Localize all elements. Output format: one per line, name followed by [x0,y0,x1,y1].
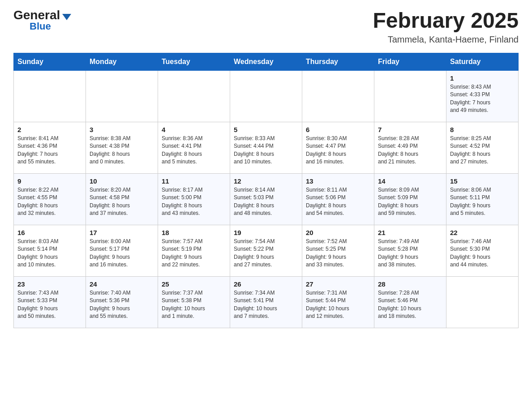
calendar-day-cell: 6Sunrise: 8:30 AMSunset: 4:47 PMDaylight… [302,122,374,173]
day-info: Sunrise: 8:11 AMSunset: 5:06 PMDaylight:… [306,186,370,218]
calendar-day-cell: 28Sunrise: 7:28 AMSunset: 5:46 PMDayligh… [374,276,446,328]
day-info: Sunrise: 8:20 AMSunset: 4:58 PMDaylight:… [90,186,154,218]
day-number: 1 [450,74,515,82]
calendar-day-cell [86,70,158,122]
day-info: Sunrise: 8:09 AMSunset: 5:09 PMDaylight:… [378,186,442,218]
day-info: Sunrise: 7:43 AMSunset: 5:33 PMDaylight:… [17,289,82,321]
calendar-table: SundayMondayTuesdayWednesdayThursdayFrid… [13,53,519,328]
calendar-day-cell: 15Sunrise: 8:06 AMSunset: 5:11 PMDayligh… [446,173,519,225]
calendar-day-cell: 11Sunrise: 8:17 AMSunset: 5:00 PMDayligh… [158,173,230,225]
day-info: Sunrise: 7:40 AMSunset: 5:36 PMDaylight:… [90,289,154,321]
calendar-week-row: 9Sunrise: 8:22 AMSunset: 4:55 PMDaylight… [14,173,519,225]
day-of-week-header: Wednesday [230,53,302,70]
location-title: Tammela, Kanta-Haeme, Finland [373,34,519,45]
day-info: Sunrise: 7:54 AMSunset: 5:22 PMDaylight:… [234,238,298,269]
day-number: 11 [162,177,226,185]
day-info: Sunrise: 8:33 AMSunset: 4:44 PMDaylight:… [234,135,298,166]
month-title: February 2025 [373,9,519,33]
calendar-week-row: 23Sunrise: 7:43 AMSunset: 5:33 PMDayligh… [14,276,519,328]
day-of-week-header: Sunday [14,53,86,70]
calendar-day-cell: 8Sunrise: 8:25 AMSunset: 4:52 PMDaylight… [446,122,519,173]
day-info: Sunrise: 8:43 AMSunset: 4:33 PMDaylight:… [450,83,515,115]
calendar-day-cell: 24Sunrise: 7:40 AMSunset: 5:36 PMDayligh… [86,276,158,328]
day-info: Sunrise: 8:41 AMSunset: 4:36 PMDaylight:… [17,135,82,166]
calendar-day-cell [158,70,230,122]
page-header: General Blue February 2025 Tammela, Kant… [13,9,519,45]
day-number: 25 [162,280,226,288]
days-of-week-row: SundayMondayTuesdayWednesdayThursdayFrid… [14,53,519,70]
calendar-day-cell: 14Sunrise: 8:09 AMSunset: 5:09 PMDayligh… [374,173,446,225]
calendar-body: 1Sunrise: 8:43 AMSunset: 4:33 PMDaylight… [14,70,519,328]
calendar-day-cell: 18Sunrise: 7:57 AMSunset: 5:19 PMDayligh… [158,225,230,276]
day-number: 14 [378,177,442,185]
day-info: Sunrise: 7:49 AMSunset: 5:28 PMDaylight:… [378,238,442,269]
day-number: 27 [306,280,370,288]
day-number: 7 [378,126,442,133]
day-of-week-header: Monday [86,53,158,70]
day-number: 16 [17,229,82,236]
day-number: 8 [450,126,515,133]
calendar-day-cell: 9Sunrise: 8:22 AMSunset: 4:55 PMDaylight… [14,173,86,225]
calendar-day-cell: 2Sunrise: 8:41 AMSunset: 4:36 PMDaylight… [14,122,86,173]
day-info: Sunrise: 8:28 AMSunset: 4:49 PMDaylight:… [378,135,442,166]
day-info: Sunrise: 8:22 AMSunset: 4:55 PMDaylight:… [17,186,82,218]
calendar-day-cell: 4Sunrise: 8:36 AMSunset: 4:41 PMDaylight… [158,122,230,173]
day-info: Sunrise: 7:28 AMSunset: 5:46 PMDaylight:… [378,289,442,321]
day-info: Sunrise: 8:00 AMSunset: 5:17 PMDaylight:… [90,238,154,269]
day-number: 28 [378,280,442,288]
day-number: 13 [306,177,370,185]
calendar-day-cell: 10Sunrise: 8:20 AMSunset: 4:58 PMDayligh… [86,173,158,225]
day-info: Sunrise: 7:34 AMSunset: 5:41 PMDaylight:… [234,289,298,321]
calendar-day-cell: 27Sunrise: 7:31 AMSunset: 5:44 PMDayligh… [302,276,374,328]
day-info: Sunrise: 8:03 AMSunset: 5:14 PMDaylight:… [17,238,82,269]
day-info: Sunrise: 8:36 AMSunset: 4:41 PMDaylight:… [162,135,226,166]
calendar-week-row: 2Sunrise: 8:41 AMSunset: 4:36 PMDaylight… [14,122,519,173]
calendar-day-cell: 3Sunrise: 8:38 AMSunset: 4:38 PMDaylight… [86,122,158,173]
day-number: 17 [90,229,154,236]
day-info: Sunrise: 8:06 AMSunset: 5:11 PMDaylight:… [450,186,515,218]
day-info: Sunrise: 7:37 AMSunset: 5:38 PMDaylight:… [162,289,226,321]
day-info: Sunrise: 7:57 AMSunset: 5:19 PMDaylight:… [162,238,226,269]
calendar-day-cell [302,70,374,122]
calendar-day-cell: 22Sunrise: 7:46 AMSunset: 5:30 PMDayligh… [446,225,519,276]
calendar-day-cell [230,70,302,122]
calendar-day-cell: 19Sunrise: 7:54 AMSunset: 5:22 PMDayligh… [230,225,302,276]
calendar-day-cell [446,276,519,328]
day-number: 10 [90,177,154,185]
logo: General Blue [13,9,71,31]
calendar-day-cell: 12Sunrise: 8:14 AMSunset: 5:03 PMDayligh… [230,173,302,225]
day-number: 24 [90,280,154,288]
day-info: Sunrise: 8:14 AMSunset: 5:03 PMDaylight:… [234,186,298,218]
day-info: Sunrise: 7:46 AMSunset: 5:30 PMDaylight:… [450,238,515,269]
day-number: 22 [450,229,515,236]
calendar-week-row: 16Sunrise: 8:03 AMSunset: 5:14 PMDayligh… [14,225,519,276]
calendar-day-cell: 7Sunrise: 8:28 AMSunset: 4:49 PMDaylight… [374,122,446,173]
day-number: 19 [234,229,298,236]
logo-blue-text: Blue [30,21,51,31]
day-number: 4 [162,126,226,133]
day-number: 9 [17,177,82,185]
day-number: 12 [234,177,298,185]
calendar-day-cell [14,70,86,122]
day-info: Sunrise: 8:17 AMSunset: 5:00 PMDaylight:… [162,186,226,218]
calendar-day-cell: 21Sunrise: 7:49 AMSunset: 5:28 PMDayligh… [374,225,446,276]
calendar-day-cell: 17Sunrise: 8:00 AMSunset: 5:17 PMDayligh… [86,225,158,276]
logo-triangle-icon [62,14,71,20]
day-info: Sunrise: 7:31 AMSunset: 5:44 PMDaylight:… [306,289,370,321]
title-block: February 2025 Tammela, Kanta-Haeme, Finl… [373,9,519,45]
day-number: 5 [234,126,298,133]
calendar-header: SundayMondayTuesdayWednesdayThursdayFrid… [14,53,519,70]
calendar-day-cell: 20Sunrise: 7:52 AMSunset: 5:25 PMDayligh… [302,225,374,276]
day-number: 21 [378,229,442,236]
calendar-day-cell [374,70,446,122]
day-number: 26 [234,280,298,288]
day-of-week-header: Friday [374,53,446,70]
day-number: 2 [17,126,82,133]
day-number: 18 [162,229,226,236]
day-info: Sunrise: 8:30 AMSunset: 4:47 PMDaylight:… [306,135,370,166]
calendar-day-cell: 16Sunrise: 8:03 AMSunset: 5:14 PMDayligh… [14,225,86,276]
day-number: 20 [306,229,370,236]
day-info: Sunrise: 8:25 AMSunset: 4:52 PMDaylight:… [450,135,515,166]
calendar-day-cell: 1Sunrise: 8:43 AMSunset: 4:33 PMDaylight… [446,70,519,122]
day-of-week-header: Tuesday [158,53,230,70]
